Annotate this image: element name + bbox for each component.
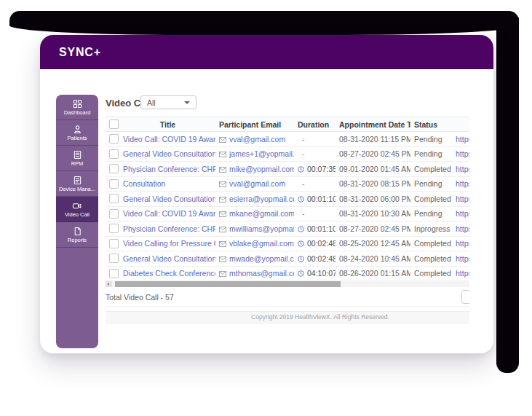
row-duration: 00:02:48: [294, 251, 336, 267]
row-checkbox[interactable]: [109, 269, 119, 278]
row-datetime: 08-24-2020 10:45 AM: [336, 251, 410, 267]
row-title-link[interactable]: Consultation: [123, 179, 165, 188]
row-datetime: 08-31-2020 08:15 PM: [336, 176, 410, 192]
horizontal-scrollbar[interactable]: [106, 281, 469, 287]
email-icon: [219, 165, 229, 173]
row-duration: -: [294, 176, 336, 192]
clock-icon: [298, 254, 307, 263]
filter-select[interactable]: All: [140, 95, 196, 109]
row-status: Pending: [410, 132, 452, 147]
row-meeting-link[interactable]: https://v2: [456, 165, 469, 173]
clock-icon: [298, 165, 307, 173]
sidebar-item-reports[interactable]: Reports: [56, 222, 98, 248]
scrollbar-thumb[interactable]: [115, 281, 341, 287]
table-row: General Video Consultationesierra@yopmai…: [106, 192, 469, 207]
email-icon: [219, 239, 229, 248]
row-checkbox[interactable]: [109, 239, 119, 248]
column-header-link: [452, 117, 469, 132]
table-row: Diabetes Check Conferencemthomas@gmail.c…: [106, 266, 469, 281]
row-checkbox[interactable]: [109, 149, 119, 159]
row-checkbox[interactable]: [109, 179, 119, 189]
row-meeting-link[interactable]: https://v2: [456, 239, 469, 248]
row-meeting-link[interactable]: https://v2: [456, 195, 469, 203]
clock-icon: [298, 195, 307, 203]
sidebar-item-label: RPM: [71, 161, 84, 167]
table-row: General Video Consultationmwade@yopmail.…: [106, 251, 469, 267]
main-content: Video Call All Title P: [106, 96, 469, 323]
row-title-link[interactable]: Diabetes Check Conference: [123, 269, 215, 278]
table-row: General Video Consultationjames+1@yopmai…: [106, 146, 469, 162]
sidebar-item-rpm[interactable]: RPM: [56, 146, 98, 171]
row-email: vval@gmail.com: [229, 179, 285, 188]
row-status: Inprogress: [410, 221, 452, 237]
filter-selected-value: All: [147, 98, 156, 107]
row-title-link[interactable]: General Video Consultation: [123, 149, 215, 158]
table-row: Consultationvval@gmail.com-08-31-2020 08…: [106, 176, 469, 192]
row-checkbox[interactable]: [109, 209, 119, 219]
email-icon: [219, 209, 229, 218]
row-meeting-link[interactable]: https://v2: [456, 209, 469, 218]
decor-right-band: [496, 17, 519, 373]
row-status: Pending: [410, 206, 452, 221]
row-meeting-link[interactable]: https://v2: [456, 149, 469, 158]
row-datetime: 08-27-2020 02:45 PM: [336, 221, 410, 237]
brand-logo: SYNC+: [59, 46, 101, 59]
patients-person-icon: [73, 125, 82, 134]
row-email: james+1@yopmail.com: [229, 149, 294, 158]
scroll-left-button[interactable]: [106, 281, 112, 287]
row-title-link[interactable]: Physician Conference: CHF: [123, 165, 215, 173]
email-icon: [219, 224, 229, 233]
row-status: Pending: [410, 146, 452, 162]
sidebar-item-patients[interactable]: Patients: [56, 120, 98, 146]
sidebar-item-device-mana[interactable]: Device Mana...: [56, 171, 98, 197]
row-checkbox[interactable]: [109, 224, 119, 233]
table-header-row: Title Participant Email Duration Appoint…: [106, 117, 469, 132]
column-header-datetime: Appointment Date Time: [336, 117, 410, 132]
email-icon: [219, 135, 229, 144]
row-duration: 04:10:07: [294, 266, 336, 281]
decor-top-band: [9, 11, 519, 35]
sidebar-item-label: Patients: [67, 136, 87, 141]
row-duration: -: [294, 132, 336, 147]
row-checkbox[interactable]: [109, 194, 119, 203]
row-email: mwade@yopmail.com: [229, 254, 294, 263]
row-meeting-link[interactable]: https://v2: [456, 224, 469, 233]
app-header: SYNC+: [40, 35, 493, 69]
row-meeting-link[interactable]: https://v2: [456, 254, 469, 263]
dashboard-grid-icon: [73, 99, 82, 109]
row-title-link[interactable]: Video Call: COVID 19 Awareness: [123, 209, 215, 218]
sidebar-item-dashboard[interactable]: Dashboard: [56, 95, 98, 120]
row-datetime: 09-01-2020 01:45 AM: [336, 162, 410, 177]
row-duration: -: [294, 146, 336, 162]
app-screenshot: SYNC+ DashboardPatientsRPMDevice Mana...…: [0, 0, 532, 416]
sidebar-item-video-call[interactable]: Video Call: [56, 197, 98, 222]
sidebar-item-label: Reports: [68, 238, 87, 243]
row-meeting-link[interactable]: https://v2: [456, 269, 469, 278]
column-header-duration: Duration: [294, 117, 336, 132]
row-datetime: 08-31-2020 06:00 PM: [336, 192, 410, 207]
row-title-link[interactable]: Physician Conference: CHF: [123, 224, 215, 233]
row-email: vval@gmail.com: [229, 135, 285, 144]
email-icon: [219, 269, 229, 278]
row-duration: 00:01:10: [294, 192, 336, 207]
row-checkbox[interactable]: [109, 164, 119, 173]
row-datetime: 08-27-2020 02:45 PM: [336, 146, 410, 162]
pagination-button-clipped[interactable]: [461, 290, 469, 304]
row-title-link[interactable]: Video Call: COVID 19 Awareness: [123, 135, 215, 144]
row-checkbox[interactable]: [109, 134, 119, 144]
sidebar-item-label: Video Call: [65, 212, 90, 218]
row-title-link[interactable]: General Video Consultation: [123, 195, 215, 203]
row-email: mike@yopmail.com: [229, 165, 294, 173]
row-meeting-link[interactable]: https://v2: [456, 179, 469, 188]
row-status: Completed: [410, 266, 452, 281]
table-row: Video Call: COVID 19 Awarenessvval@gmail…: [106, 132, 469, 147]
row-meeting-link[interactable]: https://v2: [456, 135, 469, 144]
row-checkbox[interactable]: [109, 254, 119, 263]
row-duration: 00:01:10: [294, 221, 336, 237]
rpm-list-icon: [73, 150, 82, 160]
row-title-link[interactable]: General Video Consultation: [123, 254, 215, 263]
row-title-link[interactable]: Video Calling for Pressure Check: [123, 239, 215, 248]
row-status: Completed: [410, 236, 452, 251]
select-all-checkbox[interactable]: [109, 119, 119, 129]
row-email: mkane@gmail.com: [229, 209, 294, 218]
